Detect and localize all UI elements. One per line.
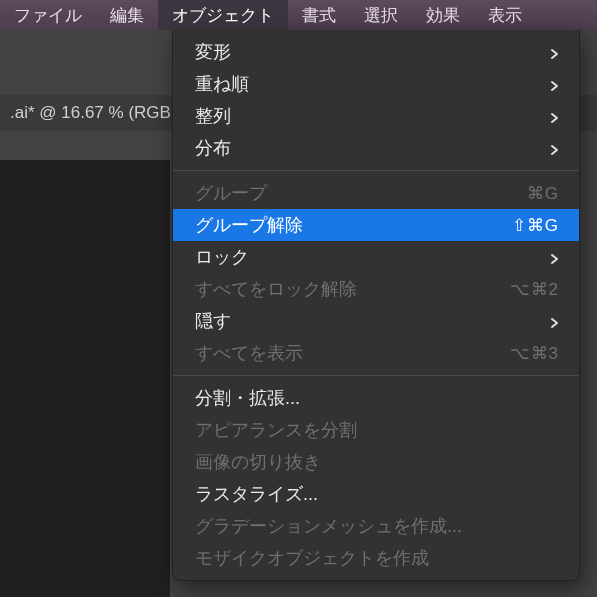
chevron-right-icon xyxy=(549,79,559,89)
menu-item-label: グループ xyxy=(195,181,517,205)
menu-item: すべてをロック解除⌥⌘2 xyxy=(173,273,579,305)
menu-item[interactable]: 変形 xyxy=(173,36,579,68)
chevron-right-icon xyxy=(549,111,559,121)
menu-item: グループ⌘G xyxy=(173,177,579,209)
menu-edit[interactable]: 編集 xyxy=(96,0,158,30)
menu-item: グラデーションメッシュを作成... xyxy=(173,510,579,542)
menubar: ファイル 編集 オブジェクト 書式 選択 効果 表示 xyxy=(0,0,597,30)
menu-item-label: すべてを表示 xyxy=(195,341,500,365)
menu-effect[interactable]: 効果 xyxy=(412,0,474,30)
menu-item-label: 分割・拡張... xyxy=(195,386,559,410)
chevron-right-icon xyxy=(549,252,559,262)
menu-item-shortcut: ⌥⌘3 xyxy=(510,343,559,364)
menu-item-shortcut: ⇧⌘G xyxy=(512,215,559,236)
menu-item-shortcut: ⌘G xyxy=(527,183,559,204)
menu-separator xyxy=(173,375,579,376)
menu-item-label: 画像の切り抜き xyxy=(195,450,559,474)
menu-item[interactable]: ラスタライズ... xyxy=(173,478,579,510)
chevron-right-icon xyxy=(549,47,559,57)
chevron-right-icon xyxy=(549,316,559,326)
object-menu-dropdown: 変形重ね順整列分布グループ⌘Gグループ解除⇧⌘Gロックすべてをロック解除⌥⌘2隠… xyxy=(172,30,580,581)
menu-item-shortcut: ⌥⌘2 xyxy=(510,279,559,300)
document-tab-label[interactable]: .ai* @ 16.67 % (RGB xyxy=(10,103,171,123)
menu-item[interactable]: 分割・拡張... xyxy=(173,382,579,414)
menu-file[interactable]: ファイル xyxy=(0,0,96,30)
menu-item-label: すべてをロック解除 xyxy=(195,277,500,301)
menu-item-label: 重ね順 xyxy=(195,72,539,96)
menu-item-label: モザイクオブジェクトを作成 xyxy=(195,546,559,570)
menu-view[interactable]: 表示 xyxy=(474,0,536,30)
menu-item[interactable]: 隠す xyxy=(173,305,579,337)
menu-item-label: 隠す xyxy=(195,309,539,333)
menu-separator xyxy=(173,170,579,171)
menu-item-label: アピアランスを分割 xyxy=(195,418,559,442)
menu-item[interactable]: 重ね順 xyxy=(173,68,579,100)
menu-item: すべてを表示⌥⌘3 xyxy=(173,337,579,369)
menu-item-label: ロック xyxy=(195,245,539,269)
menu-object[interactable]: オブジェクト xyxy=(158,0,288,30)
canvas-area xyxy=(0,160,170,597)
menu-item-label: 変形 xyxy=(195,40,539,64)
menu-item-label: グラデーションメッシュを作成... xyxy=(195,514,559,538)
menu-type[interactable]: 書式 xyxy=(288,0,350,30)
menu-item: アピアランスを分割 xyxy=(173,414,579,446)
menu-item[interactable]: 整列 xyxy=(173,100,579,132)
menu-item-label: グループ解除 xyxy=(195,213,502,237)
menu-item: モザイクオブジェクトを作成 xyxy=(173,542,579,574)
menu-item[interactable]: グループ解除⇧⌘G xyxy=(173,209,579,241)
menu-item-label: ラスタライズ... xyxy=(195,482,559,506)
chevron-right-icon xyxy=(549,143,559,153)
menu-item-label: 分布 xyxy=(195,136,539,160)
menu-item-label: 整列 xyxy=(195,104,539,128)
menu-item[interactable]: 分布 xyxy=(173,132,579,164)
menu-item: 画像の切り抜き xyxy=(173,446,579,478)
menu-select[interactable]: 選択 xyxy=(350,0,412,30)
menu-item[interactable]: ロック xyxy=(173,241,579,273)
